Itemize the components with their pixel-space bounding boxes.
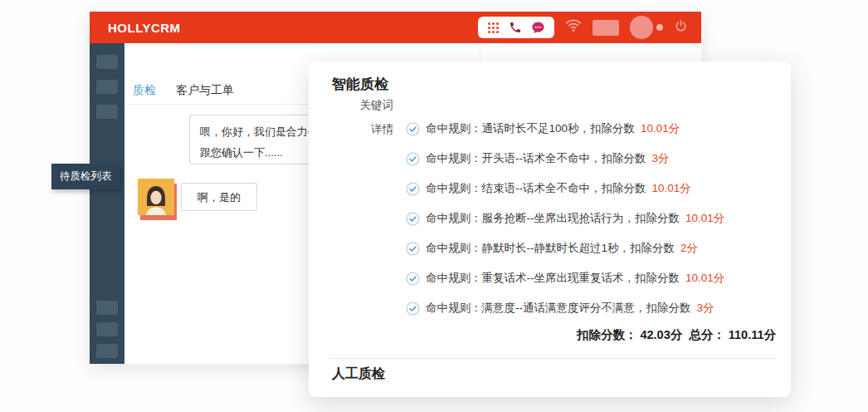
chat-bubble-icon[interactable] — [531, 21, 545, 35]
check-circle-icon — [406, 182, 420, 196]
sidebar-item[interactable] — [96, 55, 118, 69]
rule-text: 命中规则：结束语--话术全不命中，扣除分数 — [426, 181, 646, 196]
check-circle-icon — [406, 122, 420, 136]
check-circle-icon — [406, 272, 420, 286]
panel-title: 智能质检 — [332, 75, 388, 94]
rule-row: 命中规则：重复话术--坐席出现重复话术，扣除分数 10.01分 — [406, 263, 778, 293]
sidebar-item[interactable] — [96, 344, 118, 358]
total-value: 110.11分 — [729, 328, 776, 341]
score-summary: 扣除分数：42.03分 总分：110.11分 — [573, 327, 776, 343]
avatar[interactable] — [630, 16, 653, 39]
sidebar-item[interactable] — [96, 105, 118, 119]
rule-score: 3分 — [652, 151, 670, 166]
rule-row: 命中规则：静默时长--静默时长超过1秒，扣除分数 2分 — [406, 233, 778, 263]
power-icon[interactable] — [674, 19, 688, 37]
check-circle-icon — [406, 212, 420, 226]
deduct-label: 扣除分数： — [577, 328, 637, 341]
rule-text: 命中规则：静默时长--静默时长超过1秒，扣除分数 — [426, 241, 675, 256]
comm-tools-group — [478, 17, 554, 38]
rule-text: 命中规则：重复话术--坐席出现重复话术，扣除分数 — [426, 271, 680, 286]
smart-qc-panel: 智能质检 关键词 详情 命中规则：通话时长不足100秒，扣除分数 10.01分 — [309, 61, 791, 397]
manual-qc-title: 人工质检 — [332, 365, 385, 383]
total-label: 总分： — [689, 328, 725, 341]
tab-quality-inspection[interactable]: 质检 — [133, 83, 156, 98]
user-avatar-group — [630, 16, 663, 39]
header-icon-cluster — [478, 17, 688, 38]
section-divider — [330, 358, 776, 359]
sidebar-item[interactable] — [96, 80, 118, 94]
rule-score: 10.01分 — [652, 181, 691, 196]
rule-row: 命中规则：通话时长不足100秒，扣除分数 10.01分 — [406, 114, 778, 144]
rule-text: 命中规则：开头语--话术全不命中，扣除分数 — [426, 151, 646, 166]
detail-label: 详情 — [327, 122, 393, 137]
sidebar — [90, 43, 124, 364]
status-badge[interactable] — [592, 20, 619, 36]
keyword-label: 关键词 — [327, 98, 393, 113]
apps-grid-icon[interactable] — [487, 22, 500, 34]
check-circle-icon — [406, 152, 420, 166]
screen: HOLLYCRM — [0, 0, 868, 412]
deduct-value: 42.03分 — [640, 328, 682, 341]
rule-row: 命中规则：结束语--话术全不命中，扣除分数 10.01分 — [406, 174, 778, 204]
avatar-status-dot — [656, 24, 663, 31]
rule-score: 10.01分 — [685, 211, 724, 226]
rule-score: 3分 — [697, 301, 714, 316]
woman-avatar — [138, 179, 177, 220]
sidebar-item[interactable] — [96, 322, 118, 336]
rule-score: 2分 — [680, 241, 698, 256]
rule-row: 命中规则：开头语--话术全不命中，扣除分数 3分 — [406, 144, 778, 174]
tab-customer-workorder[interactable]: 客户与工单 — [176, 83, 234, 98]
chat-message-agent: 啊，是的 — [181, 183, 257, 211]
rule-row: 命中规则：满意度--通话满意度评分不满意，扣除分数 3分 — [406, 293, 778, 323]
brand-logo: HOLLYCRM — [108, 21, 181, 35]
rule-text: 命中规则：服务抢断--坐席出现抢话行为，扣除分数 — [426, 211, 680, 226]
phone-icon[interactable] — [509, 21, 522, 34]
rule-score: 10.01分 — [641, 121, 680, 136]
rule-text: 命中规则：满意度--通话满意度评分不满意，扣除分数 — [426, 301, 691, 316]
rule-list: 命中规则：通话时长不足100秒，扣除分数 10.01分 命中规则：开头语--话术… — [406, 114, 778, 323]
wifi-icon[interactable] — [565, 18, 582, 37]
check-circle-icon — [406, 242, 420, 256]
sidebar-item[interactable] — [96, 301, 118, 315]
check-circle-icon — [406, 302, 420, 316]
pending-qc-list-label: 待质检列表 — [51, 164, 120, 189]
app-header: HOLLYCRM — [90, 12, 701, 43]
rule-row: 命中规则：服务抢断--坐席出现抢话行为，扣除分数 10.01分 — [406, 204, 778, 233]
rule-score: 10.01分 — [685, 271, 724, 286]
rule-text: 命中规则：通话时长不足100秒，扣除分数 — [426, 121, 635, 136]
